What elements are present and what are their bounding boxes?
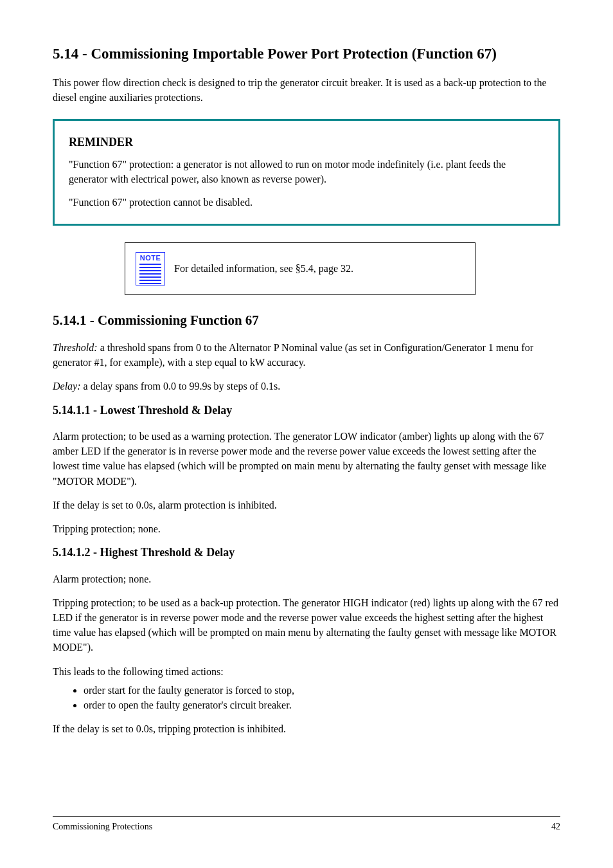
reminder-para-2: "Function 67" protection cannot be disab…: [69, 195, 544, 210]
note-text: For detailed information, see §5.4, page…: [174, 262, 353, 276]
section-title-5-14: 5.14 - Commissioning Importable Power Po…: [53, 45, 560, 64]
section-title-5-14-1-1: 5.14.1.1 - Lowest Threshold & Delay: [53, 403, 560, 418]
lowest-trip-para: Tripping protection; none.: [53, 521, 560, 536]
page-footer: Commissioning Protections 42: [53, 816, 560, 833]
highest-trip-note: If the delay is set to 0.0s, tripping pr…: [53, 721, 560, 736]
highest-trip-actions-lead: This leads to the following timed action…: [53, 664, 560, 679]
note-icon: NOTE: [136, 252, 165, 285]
section-title-5-14-1-2: 5.14.1.2 - Highest Threshold & Delay: [53, 545, 560, 560]
highest-trip-para: Tripping protection; to be used as a bac…: [53, 595, 560, 655]
note-box: NOTE For detailed information, see §5.4,…: [125, 242, 475, 295]
threshold-text: a threshold spans from 0 to the Alternat…: [53, 342, 533, 368]
intro-paragraph: This power flow direction check is desig…: [53, 75, 560, 105]
list-item: order start for the faulty generator is …: [84, 683, 560, 698]
threshold-para: Threshold: a threshold spans from 0 to t…: [53, 340, 560, 370]
lowest-alarm-para: Alarm protection; to be used as a warnin…: [53, 429, 560, 489]
delay-text: a delay spans from 0.0 to 99.9s by steps…: [84, 381, 281, 392]
reminder-title: REMINDER: [69, 134, 544, 150]
highest-trip-actions-list: order start for the faulty generator is …: [53, 683, 560, 712]
note-icon-label: NOTE: [139, 254, 162, 262]
delay-label: Delay:: [53, 381, 81, 392]
note-icon-lines: [139, 264, 162, 284]
list-item: order to open the faulty generator's cir…: [84, 698, 560, 712]
reminder-callout: REMINDER "Function 67" protection: a gen…: [53, 119, 560, 226]
highest-alarm-para: Alarm protection; none.: [53, 572, 560, 586]
section-title-5-14-1: 5.14.1 - Commissioning Function 67: [53, 312, 560, 329]
threshold-label: Threshold:: [53, 342, 98, 353]
footer-page-number: 42: [551, 820, 560, 833]
page: 5.14 - Commissioning Importable Power Po…: [0, 0, 613, 868]
reminder-para-1: "Function 67" protection: a generator is…: [69, 157, 544, 186]
delay-para: Delay: a delay spans from 0.0 to 99.9s b…: [53, 379, 560, 393]
footer-left: Commissioning Protections: [53, 820, 152, 833]
lowest-alarm-note: If the delay is set to 0.0s, alarm prote…: [53, 498, 560, 512]
